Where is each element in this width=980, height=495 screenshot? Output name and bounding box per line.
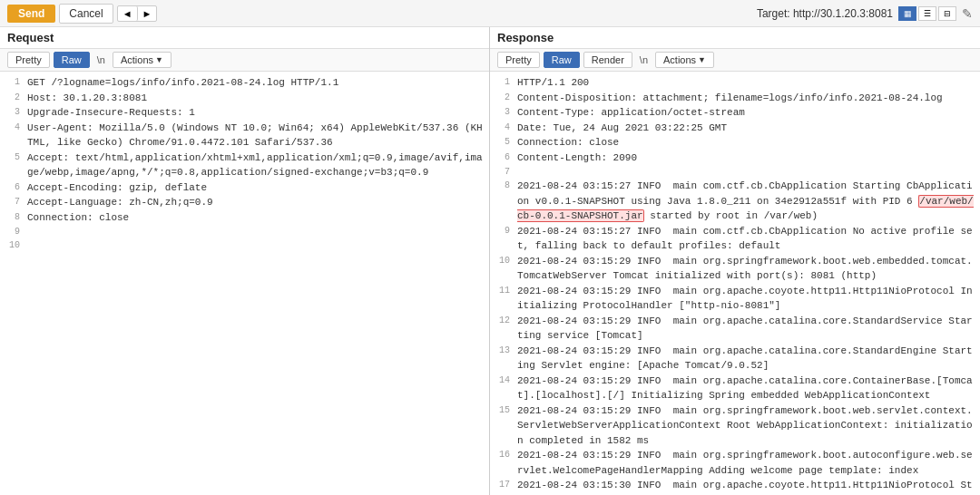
table-row: 7 [490,165,980,179]
response-tab-raw[interactable]: Raw [544,52,580,68]
request-header: Request [0,27,489,49]
nav-forward-button[interactable]: ► [138,6,157,21]
table-row: 5Connection: close [490,135,980,150]
line-number: 7 [4,195,20,210]
response-panel: Response Pretty Raw Render \n Actions ▼ … [490,27,980,495]
table-row: 4User-Agent: Mozilla/5.0 (Windows NT 10.… [0,121,489,150]
view-grid-button[interactable]: ▦ [898,6,916,21]
request-panel: Request Pretty Raw \n Actions ▼ 1GET /?l… [0,27,490,495]
request-actions-arrow-icon: ▼ [155,55,163,64]
table-row: 3Content-Type: application/octet-stream [490,105,980,121]
line-number: 5 [494,135,510,150]
line-content [27,225,485,238]
line-content: Accept-Encoding: gzip, deflate [27,180,485,196]
table-row: 162021-08-24 03:15:29 INFO main org.spri… [490,448,980,478]
response-tab-pretty[interactable]: Pretty [497,52,540,68]
line-number: 17 [494,478,510,495]
line-content [517,165,976,179]
main-content: Request Pretty Raw \n Actions ▼ 1GET /?l… [0,27,980,495]
request-tab-bar: Pretty Raw \n Actions ▼ [0,49,489,72]
target-settings-icon[interactable]: ✎ [962,6,973,21]
send-button[interactable]: Send [7,5,55,23]
line-number: 3 [4,105,20,121]
line-content: 2021-08-24 03:15:29 INFO main org.spring… [517,448,976,478]
table-row: 1GET /?logname=logs/info/info.2021-08-24… [0,75,489,91]
nav-buttons: ◄ ► [117,5,158,22]
line-number: 13 [494,344,510,374]
response-actions-button[interactable]: Actions ▼ [655,52,714,68]
table-row: 112021-08-24 03:15:29 INFO main org.apac… [490,284,980,314]
line-content: Accept: text/html,application/xhtml+xml,… [27,150,485,180]
line-number: 4 [4,121,20,150]
line-content: HTTP/1.1 200 [517,75,976,91]
response-tab-bar: Pretty Raw Render \n Actions ▼ [490,49,980,72]
target-area: Target: http://30.1.20.3:8081 ▦ ☰ ⊟ ✎ [757,6,973,21]
table-row: 5Accept: text/html,application/xhtml+xml… [0,150,489,180]
top-bar: Send Cancel ◄ ► Target: http://30.1.20.3… [0,0,980,27]
request-code-area[interactable]: 1GET /?logname=logs/info/info.2021-08-24… [0,72,489,495]
line-number: 1 [4,75,20,91]
table-row: 3Upgrade-Insecure-Requests: 1 [0,105,489,121]
line-number: 2 [494,91,510,106]
request-actions-label: Actions [121,54,153,65]
line-number: 9 [4,225,20,238]
line-number: 4 [494,121,510,136]
line-content: 2021-08-24 03:15:29 INFO main org.spring… [517,254,976,284]
table-row: 10 [0,238,489,252]
table-row: 122021-08-24 03:15:29 INFO main org.apac… [490,314,980,344]
request-tab-raw[interactable]: Raw [54,52,90,68]
line-number: 11 [494,284,510,314]
line-content: 2021-08-24 03:15:30 INFO main org.apache… [517,478,976,495]
cancel-button[interactable]: Cancel [59,4,113,24]
nav-back-button[interactable]: ◄ [118,6,138,21]
line-number: 10 [494,254,510,284]
line-content: 2021-08-24 03:15:29 INFO main org.apache… [517,374,976,403]
table-row: 82021-08-24 03:15:27 INFO main com.ctf.c… [490,179,980,224]
view-icons-group: ▦ ☰ ⊟ [898,6,956,21]
table-row: 102021-08-24 03:15:29 INFO main org.spri… [490,254,980,284]
line-content: Content-Type: application/octet-stream [517,105,976,121]
response-header: Response [490,27,980,49]
table-row: 2Content-Disposition: attachment; filena… [490,91,980,106]
line-content: 2021-08-24 03:15:29 INFO main org.apache… [517,314,976,344]
line-content: 2021-08-24 03:15:27 INFO main com.ctf.cb… [517,224,976,254]
table-row: 152021-08-24 03:15:29 INFO main org.spri… [490,403,980,449]
table-row: 92021-08-24 03:15:27 INFO main com.ctf.c… [490,224,980,254]
line-content: 2021-08-24 03:15:27 INFO main com.ctf.cb… [517,179,976,224]
table-row: 132021-08-24 03:15:29 INFO main org.apac… [490,344,980,374]
line-content: Content-Length: 2090 [517,150,976,166]
response-actions-arrow-icon: ▼ [698,55,706,64]
line-content: Host: 30.1.20.3:8081 [27,91,485,106]
toolbar-left: Send Cancel ◄ ► [7,4,157,24]
line-number: 1 [494,75,510,91]
line-number: 3 [494,105,510,121]
request-tab-pretty[interactable]: Pretty [7,52,50,68]
line-number: 6 [4,180,20,196]
target-label: Target: http://30.1.20.3:8081 [757,7,893,20]
line-content: Date: Tue, 24 Aug 2021 03:22:25 GMT [517,121,976,136]
table-row: 8Connection: close [0,210,489,226]
line-content: Upgrade-Insecure-Requests: 1 [27,105,485,121]
request-tab-newline[interactable]: \n [93,53,109,67]
table-row: 2Host: 30.1.20.3:8081 [0,91,489,106]
line-number: 16 [494,448,510,478]
table-row: 6Content-Length: 2090 [490,150,980,166]
line-content: 2021-08-24 03:15:29 INFO main org.apache… [517,344,976,374]
line-content: Connection: close [27,210,485,226]
response-actions-label: Actions [663,54,696,65]
request-actions-button[interactable]: Actions ▼ [113,52,172,68]
table-row: 1HTTP/1.1 200 [490,75,980,91]
line-content [27,238,485,252]
line-number: 8 [494,179,510,224]
table-row: 9 [0,225,489,238]
response-tab-newline[interactable]: \n [636,53,652,67]
line-number: 9 [494,224,510,254]
view-list-button[interactable]: ☰ [918,6,936,21]
line-content: 2021-08-24 03:15:29 INFO main org.apache… [517,284,976,314]
line-content: Content-Disposition: attachment; filenam… [517,91,976,106]
view-code-button[interactable]: ⊟ [938,6,956,21]
response-tab-render[interactable]: Render [583,52,632,68]
table-row: 6Accept-Encoding: gzip, deflate [0,180,489,196]
highlighted-path: /var/web/cb-0.0.1-SNAPSHOT.jar [517,195,974,223]
response-code-area[interactable]: 1HTTP/1.1 2002Content-Disposition: attac… [490,72,980,495]
